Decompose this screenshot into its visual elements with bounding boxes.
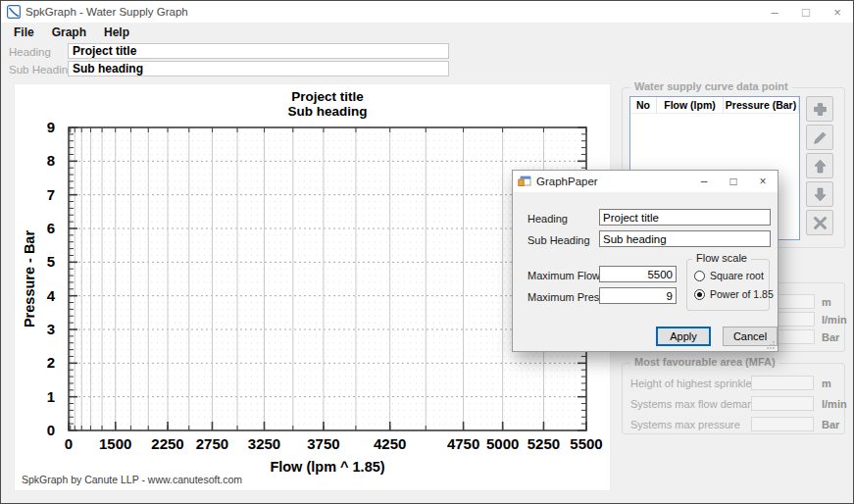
- svg-text:2: 2: [47, 354, 55, 371]
- svg-text:5000: 5000: [486, 435, 519, 452]
- svg-text:Flow (lpm ^ 1.85): Flow (lpm ^ 1.85): [270, 459, 384, 475]
- svg-text:3250: 3250: [248, 435, 280, 452]
- arrow-down-icon: [813, 187, 828, 202]
- svg-text:9: 9: [47, 119, 55, 135]
- dialog-title-bar: GraphPaper – □ ×: [513, 171, 778, 192]
- radio-square-root[interactable]: Square root: [694, 270, 764, 281]
- svg-text:1: 1: [47, 388, 55, 405]
- flow-scale-group: Flow scale Square root Power of 1.85: [686, 259, 770, 311]
- heading-input[interactable]: [68, 43, 449, 59]
- move-up-button[interactable]: [806, 153, 833, 178]
- delete-point-button[interactable]: [806, 210, 833, 235]
- mfa-row3-unit: Bar: [822, 419, 839, 430]
- arrow-up-icon: [813, 159, 828, 174]
- mfa-row1-unit: m: [822, 378, 831, 389]
- menu-bar: File Graph Help: [1, 23, 853, 42]
- max-flow-input[interactable]: [599, 266, 677, 282]
- svg-text:5500: 5500: [570, 435, 602, 452]
- svg-text:2250: 2250: [151, 435, 183, 452]
- mfa-row2-input[interactable]: [751, 396, 814, 411]
- app-logo-icon: [7, 5, 21, 19]
- sub-heading-input[interactable]: [68, 61, 449, 76]
- svg-text:Pressure - Bar: Pressure - Bar: [22, 230, 37, 328]
- radio-power-185[interactable]: Power of 1.85: [694, 288, 774, 300]
- resize-grip[interactable]: [767, 340, 776, 349]
- radio-power-185-label: Power of 1.85: [710, 288, 774, 300]
- graphpaper-dialog: GraphPaper – □ × Heading Sub Heading Max…: [512, 170, 779, 352]
- dialog-sub-heading-input[interactable]: [599, 230, 771, 247]
- svg-text:5: 5: [47, 253, 55, 270]
- mfa-row3-input[interactable]: [751, 417, 814, 431]
- maximize-icon[interactable]: □: [790, 1, 822, 23]
- dialog-maximize-icon[interactable]: □: [719, 171, 748, 192]
- flow-scale-title: Flow scale: [692, 252, 751, 264]
- radio-square-root-label: Square root: [710, 270, 764, 281]
- svg-text:5250: 5250: [527, 435, 560, 452]
- move-down-button[interactable]: [806, 181, 833, 207]
- svg-text:4750: 4750: [447, 435, 479, 452]
- mfa-row1-label: Height of highest sprinkler: [630, 378, 755, 389]
- svg-text:Sub heading: Sub heading: [288, 104, 368, 119]
- pencil-icon: [813, 130, 828, 145]
- column-pressure[interactable]: Pressure (Bar): [724, 97, 799, 113]
- column-no[interactable]: No: [630, 97, 657, 113]
- svg-text:2750: 2750: [196, 435, 228, 452]
- svg-text:8: 8: [47, 152, 55, 169]
- credit-text: SpkGraph by Canute LLP - www.canutesoft.…: [22, 474, 242, 485]
- svg-text:6: 6: [47, 220, 55, 236]
- partial-unit-3: Bar: [822, 331, 839, 343]
- svg-text:3: 3: [47, 321, 55, 337]
- add-point-button[interactable]: [806, 96, 833, 122]
- mfa-group: Most favourable area (MFA) Height of hig…: [622, 363, 845, 434]
- menu-help[interactable]: Help: [95, 24, 138, 41]
- window-title: SpkGraph - Water Supply Graph: [25, 6, 188, 18]
- partial-unit-1: m: [822, 296, 831, 308]
- mfa-group-title: Most favourable area (MFA): [630, 356, 779, 368]
- radio-circle-icon: [694, 271, 705, 281]
- mfa-row1-input[interactable]: [751, 376, 814, 390]
- svg-text:3750: 3750: [307, 435, 339, 452]
- mfa-row2-label: Systems max flow demand: [630, 398, 759, 410]
- menu-file[interactable]: File: [5, 24, 43, 41]
- svg-text:0: 0: [47, 422, 55, 438]
- form-icon: [518, 175, 531, 188]
- dialog-sub-heading-label: Sub Heading: [527, 234, 590, 246]
- data-point-group-title: Water supply curve data point: [630, 80, 792, 92]
- radio-circle-icon: [694, 289, 705, 300]
- heading-label: Heading: [9, 46, 51, 58]
- svg-text:4: 4: [47, 287, 56, 304]
- apply-button[interactable]: Apply: [656, 327, 711, 346]
- svg-text:7: 7: [47, 186, 55, 203]
- dialog-minimize-icon[interactable]: –: [689, 171, 719, 192]
- column-flow[interactable]: Flow (lpm): [657, 97, 724, 113]
- svg-text:1500: 1500: [99, 435, 131, 452]
- menu-graph[interactable]: Graph: [43, 24, 95, 41]
- max-pressure-input[interactable]: [599, 287, 677, 304]
- dialog-heading-input[interactable]: [599, 209, 771, 226]
- minimize-icon[interactable]: –: [759, 1, 790, 23]
- table-header: No Flow (lpm) Pressure (Bar): [630, 97, 799, 114]
- close-icon[interactable]: ×: [822, 1, 853, 23]
- edit-point-button[interactable]: [806, 125, 833, 150]
- max-flow-label: Maximum Flow: [527, 270, 600, 281]
- svg-text:Project title: Project title: [291, 89, 364, 104]
- plus-icon: [813, 102, 828, 117]
- dialog-title: GraphPaper: [536, 176, 598, 187]
- svg-text:0: 0: [65, 435, 73, 452]
- dialog-close-icon[interactable]: ×: [748, 171, 778, 192]
- cross-icon: [813, 216, 828, 230]
- app-window: SpkGraph - Water Supply Graph – □ × File…: [0, 0, 854, 504]
- mfa-row3-label: Systems max pressure: [630, 419, 740, 430]
- mfa-row2-unit: l/min: [822, 398, 847, 410]
- partial-unit-2: l/min: [822, 314, 847, 326]
- svg-text:4250: 4250: [374, 435, 406, 452]
- dialog-heading-label: Heading: [527, 213, 568, 225]
- title-bar: SpkGraph - Water Supply Graph – □ ×: [1, 1, 853, 23]
- sub-heading-label: Sub Heading: [9, 64, 75, 76]
